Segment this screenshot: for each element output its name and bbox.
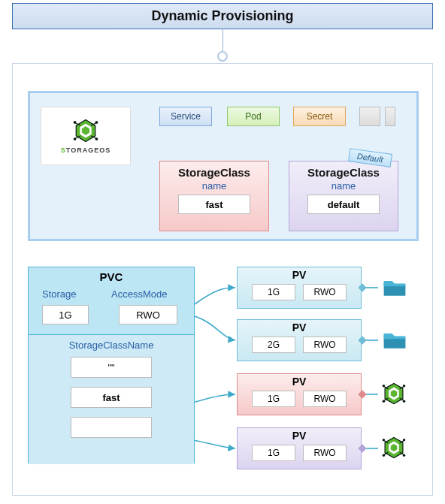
svg-point-13 xyxy=(74,137,77,140)
storageclass-value: fast xyxy=(178,195,250,214)
pv-title: PV xyxy=(238,428,361,442)
pvc-access-label: AccessMode xyxy=(111,288,167,300)
folder-icon xyxy=(381,274,408,301)
svg-point-11 xyxy=(74,121,77,124)
service-chip: Service xyxy=(159,107,212,126)
pvc-scn-section: StorageClassName "" fast xyxy=(29,335,194,464)
pv-card-2: PV 2G RWO xyxy=(237,319,362,361)
storageos-icon xyxy=(381,435,408,462)
pv-mode: RWO xyxy=(303,284,347,300)
storageclass-value: default xyxy=(307,195,380,214)
folder-icon xyxy=(381,327,408,354)
blank-chip-small xyxy=(385,107,395,126)
pv-title: PV xyxy=(238,267,361,281)
pod-chip: Pod xyxy=(227,107,280,126)
pv-mode: RWO xyxy=(303,391,347,407)
storageclass-sublabel: name xyxy=(160,180,268,192)
pv-mode: RWO xyxy=(303,337,347,353)
pv-size: 1G xyxy=(252,445,295,461)
pv-title: PV xyxy=(238,374,361,388)
pv-mode: RWO xyxy=(303,445,347,461)
pvc-storage-label: Storage xyxy=(42,288,77,300)
storageclass-title: StorageClass xyxy=(289,166,398,179)
blank-chip xyxy=(359,107,380,126)
pvc-title: PVC xyxy=(29,267,194,286)
storageclass-default: Default StorageClass name default xyxy=(289,161,398,231)
pvc-card: PVC Storage AccessMode 1G RWO StorageCla… xyxy=(28,267,195,463)
pvc-spec-section: PVC Storage AccessMode 1G RWO xyxy=(29,267,194,335)
storageclass-sublabel: name xyxy=(289,180,398,192)
connector-line xyxy=(222,29,223,53)
storageclass-title: StorageClass xyxy=(160,166,268,179)
namespace-box: STORAGEOS Service Pod Secret StorageClas… xyxy=(28,91,419,241)
diagram-frame: STORAGEOS Service Pod Secret StorageClas… xyxy=(12,63,433,496)
page-title: Dynamic Provisioning xyxy=(12,3,433,29)
default-badge: Default xyxy=(348,148,392,167)
pvc-storage-value: 1G xyxy=(42,305,89,324)
pv-size: 1G xyxy=(252,391,295,407)
pv-card-4: PV 1G RWO xyxy=(237,427,362,469)
svg-point-12 xyxy=(95,121,98,124)
storageos-logo-icon xyxy=(73,118,98,143)
pv-size: 1G xyxy=(252,284,295,300)
pv-size: 2G xyxy=(252,337,295,353)
pv-card-3: PV 1G RWO xyxy=(237,373,362,415)
svg-point-14 xyxy=(95,137,98,140)
pvc-scn-label: StorageClassName xyxy=(29,335,194,357)
connector-dot xyxy=(217,51,228,62)
pv-title: PV xyxy=(238,320,361,333)
pvc-access-value: RWO xyxy=(119,305,177,324)
pvc-scn-value-fast: fast xyxy=(71,387,152,408)
storageos-icon xyxy=(381,381,408,408)
storageclass-fast: StorageClass name fast xyxy=(159,161,269,231)
storageos-logo-card: STORAGEOS xyxy=(41,107,131,165)
storageos-logo-text: STORAGEOS xyxy=(61,146,110,154)
pvc-scn-value-blank xyxy=(71,417,152,438)
pv-card-1: PV 1G RWO xyxy=(237,267,362,309)
secret-chip: Secret xyxy=(293,107,346,126)
pvc-scn-value-empty: "" xyxy=(71,357,152,378)
